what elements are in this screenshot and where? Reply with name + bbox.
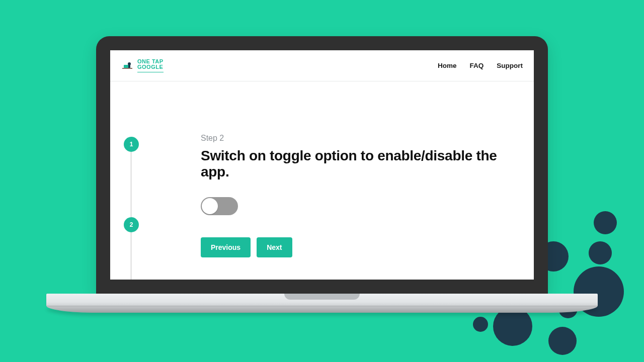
button-row: Previous Next [201,237,519,257]
laptop-base [46,294,598,318]
main-nav: Home FAQ Support [438,62,523,69]
main-content: 1 2 Step 2 Switch on toggle option to en… [110,81,534,280]
stepper-line [131,142,131,280]
app-screen: ONE TAP GOOGLE Home FAQ Support 1 [110,50,534,280]
previous-button[interactable]: Previous [201,237,251,257]
logo-line2: GOOGLE [137,64,164,70]
app-header: ONE TAP GOOGLE Home FAQ Support [110,50,534,81]
step-number: 2 [130,221,133,228]
logo-text: ONE TAP GOOGLE [137,59,164,72]
svg-rect-3 [128,65,130,68]
step-label: Step 2 [201,134,519,143]
next-button[interactable]: Next [257,237,292,257]
toggle-knob [202,198,218,214]
logo[interactable]: ONE TAP GOOGLE [121,59,164,72]
stepper: 1 2 [110,81,145,280]
nav-home[interactable]: Home [438,62,457,69]
step-instruction: Switch on toggle option to enable/disabl… [201,148,519,180]
laptop-notch [284,294,360,300]
svg-rect-1 [124,65,129,68]
nav-faq[interactable]: FAQ [469,62,484,69]
step-content: Step 2 Switch on toggle option to enable… [145,81,534,280]
step-indicator-1[interactable]: 1 [124,137,139,152]
svg-rect-0 [122,68,132,69]
step-indicator-2[interactable]: 2 [124,217,139,232]
logo-icon [121,60,133,72]
enable-toggle[interactable] [201,197,238,215]
nav-support[interactable]: Support [497,62,523,69]
laptop-bezel: ONE TAP GOOGLE Home FAQ Support 1 [96,36,548,294]
laptop-frame: ONE TAP GOOGLE Home FAQ Support 1 [96,36,548,318]
step-number: 1 [130,141,133,148]
